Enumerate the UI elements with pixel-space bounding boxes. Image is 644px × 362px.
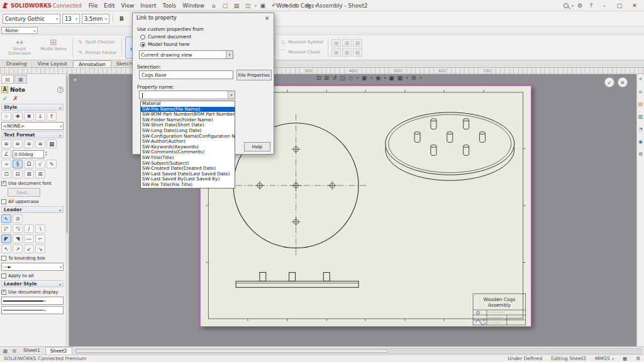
list-item[interactable]: SW-File Title(File Title) — [141, 182, 235, 188]
snap-grid-icon[interactable]: ▦ — [47, 140, 57, 148]
confirm-cancel-button[interactable]: ✕ — [618, 77, 628, 87]
leader-section-header[interactable]: Leader▴ — [1, 206, 64, 213]
note-angle-input[interactable] — [13, 150, 44, 158]
add-text-border-icon[interactable]: ⊡ — [1, 170, 11, 178]
pm-ok-button[interactable]: ✓ — [3, 95, 8, 102]
print-icon[interactable]: ▣ — [258, 1, 268, 10]
view-settings-icon[interactable]: ⚙ — [411, 75, 416, 81]
dropdown-caret-icon[interactable]: ▾ — [357, 76, 358, 80]
format-painter-button[interactable]: ✎Format Painter — [77, 50, 117, 55]
dropdown-caret-icon[interactable]: ▾ — [226, 51, 233, 58]
save-icon[interactable]: ◫ — [243, 1, 253, 10]
style-delete-icon[interactable]: ✖ — [24, 112, 34, 121]
list-item[interactable]: SW-Created Date(Created Date) — [141, 166, 235, 172]
font-button[interactable]: Font... — [8, 188, 40, 197]
side-view[interactable] — [236, 272, 358, 287]
undo-icon[interactable]: ↶ — [269, 1, 279, 10]
view-orientation-icon[interactable]: ◇ — [348, 75, 353, 81]
source-view-select[interactable]: Current drawing view▾ — [139, 50, 233, 59]
insert-field-icon[interactable]: ⊞ — [35, 170, 45, 178]
panel-scrollbar-thumb[interactable] — [66, 75, 68, 233]
property-name-combo[interactable]: ▾ — [139, 90, 235, 99]
line-thickness-select[interactable]: ▾ — [1, 306, 64, 314]
list-item[interactable]: SW-Configuration Name(Configuration Name… — [141, 134, 235, 140]
underlined-leader-icon[interactable]: ⌐ — [35, 234, 45, 243]
list-item[interactable]: SW-Long Date(Long Date) — [141, 128, 235, 134]
menu-insert[interactable]: Insert — [137, 3, 159, 9]
status-options-icon[interactable]: ⚙ — [636, 356, 640, 361]
minimize-button[interactable]: – — [597, 1, 611, 11]
hide-show-items-icon[interactable]: ◉ — [375, 75, 380, 81]
rebuild-icon[interactable]: ↻ — [292, 1, 302, 10]
selection-field[interactable]: Cogs Base — [139, 70, 233, 79]
sheet-tab-sheet2[interactable]: Sheet2 — [45, 347, 72, 355]
align-center-icon[interactable]: ≡ — [13, 140, 23, 148]
leader-bottom-left-icon[interactable]: ↙ — [24, 244, 34, 253]
new-icon[interactable]: ▢ — [220, 1, 230, 10]
line-style-select[interactable]: ▾ — [1, 297, 64, 305]
align-left-icon[interactable]: ≡ — [1, 140, 11, 148]
menu-window[interactable]: Window — [179, 3, 208, 9]
menu-edit[interactable]: Edit — [101, 3, 118, 9]
custom-properties-icon[interactable]: ⚙ — [638, 151, 643, 157]
home-tab-icon[interactable]: ⌂ — [639, 89, 642, 94]
align-right-icon[interactable]: ≡ — [24, 140, 34, 148]
leader-top-left-icon[interactable]: ↖ — [1, 244, 11, 253]
smart-dimension-button[interactable]: ↔ Smart Dimension — [3, 36, 36, 58]
horizontal-scrollbar-thumb[interactable] — [76, 349, 387, 353]
model-found-here-radio[interactable] — [140, 42, 145, 47]
leader-top-right-icon[interactable]: ↗ — [13, 244, 23, 253]
options-icon[interactable]: ⚙ — [303, 1, 313, 10]
style-load-icon[interactable]: ⇑ — [47, 112, 57, 121]
search-icon[interactable] — [564, 3, 569, 8]
bent-leader-right-icon[interactable]: ◥ — [13, 234, 23, 243]
list-item[interactable]: SW-Short Date(Short Date) — [141, 123, 235, 128]
status-units[interactable]: MMGS ▾ — [595, 356, 614, 361]
apply-to-all-checkbox[interactable]: Apply to all — [1, 273, 64, 278]
file-properties-button[interactable]: File Properties — [236, 70, 272, 80]
list-item[interactable]: SW-Keywords(Keywords) — [141, 145, 235, 150]
design-library-icon[interactable]: ▤ — [638, 101, 643, 107]
angle-spinner[interactable]: ▴▾ — [45, 151, 47, 157]
horizontal-scrollbar[interactable] — [75, 348, 642, 354]
lock-note-icon[interactable]: ⊠ — [24, 170, 34, 178]
list-item[interactable]: SW-BOM Part Number(BOM Part Number) — [141, 112, 235, 118]
list-item[interactable]: SW-Folder Name(Folder Name) — [141, 118, 235, 123]
propertymanager-tab[interactable]: ▤ — [1, 75, 14, 84]
align-justify-icon[interactable]: ≡ — [35, 140, 45, 148]
confirm-ok-button[interactable]: ✓ — [604, 77, 614, 87]
menu-file[interactable]: File — [86, 3, 101, 9]
zoom-fit-icon[interactable]: ⊡ — [316, 75, 321, 81]
tab-view-layout[interactable]: View Layout — [32, 60, 73, 67]
leader-right-icon[interactable]: ◹ — [13, 224, 23, 233]
insert-equation-icon[interactable]: √ — [35, 160, 45, 168]
display-style-icon[interactable]: ▣ — [362, 75, 367, 81]
list-item[interactable]: SW-Subject(Subject) — [141, 161, 235, 167]
search-caret-icon[interactable]: ▾ — [572, 4, 574, 8]
file-explorer-icon[interactable]: ▥ — [638, 114, 643, 119]
menu-view[interactable]: View — [118, 3, 137, 9]
dropdown-caret-icon[interactable]: ▾ — [406, 76, 408, 80]
style-add-icon[interactable]: ✚ — [13, 112, 23, 121]
text-format-section-header[interactable]: Text Format▴ — [1, 131, 64, 138]
model-items-button[interactable]: ⊞ Model Items — [38, 36, 69, 58]
list-item[interactable]: Material — [141, 101, 235, 107]
current-document-label[interactable]: Current document — [148, 34, 191, 40]
list-item[interactable]: SW-Author(Author) — [141, 139, 235, 145]
list-item[interactable]: SW-Comments(Comments) — [141, 150, 235, 155]
disabled-tool-icon[interactable]: ▦ — [342, 39, 352, 47]
isometric-view[interactable] — [386, 112, 514, 180]
dropdown-caret-icon[interactable]: ▾ — [384, 76, 386, 80]
pm-cancel-button[interactable]: ✗ — [13, 95, 18, 102]
dropdown-caret-icon[interactable]: ▾ — [370, 76, 372, 80]
font-size-select[interactable]: 13▾ — [62, 14, 80, 24]
font-family-select[interactable]: Century Gothic▾ — [3, 14, 60, 24]
add-sheet-icon[interactable]: ⊞ — [10, 348, 18, 354]
style-select[interactable]: <NONE>▾ — [1, 122, 64, 130]
dropdown-caret-icon[interactable]: ▾ — [228, 91, 235, 99]
dropdown-caret-icon[interactable]: ▾ — [255, 4, 257, 8]
dropdown-caret-icon[interactable]: ▾ — [315, 4, 317, 8]
spell-checker-button[interactable]: ✎Spell Checker — [77, 40, 117, 45]
leader-slant-right-icon[interactable]: ∖ — [35, 224, 45, 233]
arrow-style-select[interactable]: —►▾ — [1, 263, 64, 271]
